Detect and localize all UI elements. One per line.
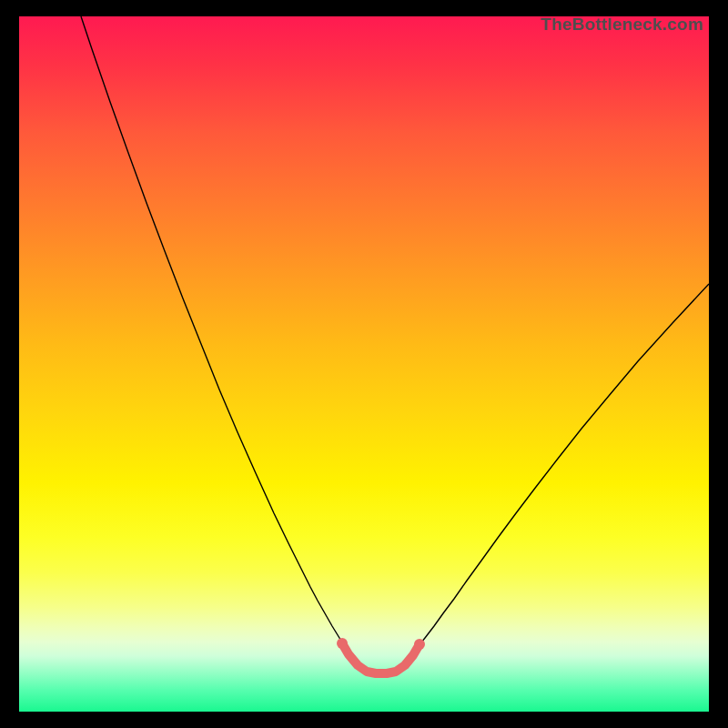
trough-marker: [342, 643, 420, 673]
outer-frame: TheBottleneck.com: [0, 0, 728, 728]
trough-dot-left: [337, 638, 348, 649]
chart-svg: [19, 16, 709, 712]
curve-left: [81, 16, 345, 647]
curve-right: [418, 284, 709, 647]
trough-dot-right: [414, 639, 425, 650]
chart-panel: TheBottleneck.com: [19, 16, 709, 712]
